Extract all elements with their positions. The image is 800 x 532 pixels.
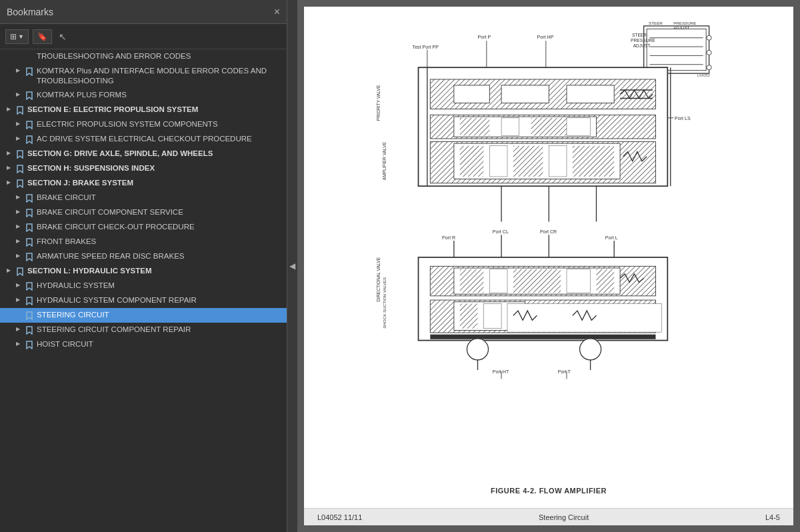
bookmark-icon [24, 251, 35, 261]
svg-point-61 [579, 339, 601, 360]
flow-amplifier-diagram: STEER PRESSURE ADJUST Test Port PP Port … [341, 20, 757, 423]
expand-icon[interactable]: ▶ [12, 193, 24, 201]
footer-right: L4-5 [765, 513, 780, 521]
bookmark-icon [15, 178, 25, 188]
svg-rect-59 [430, 335, 655, 339]
list-item[interactable]: ▶ELECTRIC PROPULSION SYSTEM COMPONENTS [0, 117, 287, 132]
shock-suction-valves-label: SHOCK SUCTION VALVES [381, 277, 386, 329]
test-port-pp-label: Test Port PP [412, 45, 439, 50]
expand-icon[interactable]: ▶ [12, 134, 24, 142]
expand-icon[interactable]: ▶ [3, 105, 15, 113]
steer-pressure-adjust: STEER PRESSURE ADJUST [643, 21, 711, 73]
bookmark-label: FRONT BRAKES [35, 237, 284, 247]
bookmark-tool-button[interactable]: 🔖 [33, 29, 52, 44]
svg-point-11 [707, 65, 711, 70]
list-item[interactable]: ▶ARMATURE SPEED REAR DISC BRAKES [0, 249, 287, 264]
bookmark-icon [24, 339, 35, 349]
expand-all-button[interactable]: ⊞ ▼ [5, 29, 29, 44]
collapse-panel-handle[interactable]: ◀ [287, 0, 297, 532]
part-number-label: L04052 [697, 73, 709, 77]
priority-valve-label: PRIORITY VALVE [375, 85, 380, 121]
list-item[interactable]: ▶SECTION J: BRAKE SYSTEM [0, 176, 287, 191]
list-item[interactable]: ▶SECTION E: ELECTRIC PROPULSION SYSTEM [0, 103, 287, 117]
bookmark-label: ELECTRIC PROPULSION SYSTEM COMPONENTS [35, 119, 284, 129]
svg-rect-0 [643, 26, 709, 73]
bookmarks-toolbar: ⊞ ▼ 🔖 ↖ [0, 24, 287, 49]
list-item[interactable]: ▶STEERING CIRCUIT COMPONENT REPAIR [0, 323, 287, 337]
expand-icon[interactable]: ▶ [12, 90, 24, 98]
list-item[interactable]: ▶SECTION L: HYDRAULIC SYSTEM [0, 264, 287, 279]
list-item[interactable]: ▶BRAKE CIRCUIT COMPONENT SERVICE [0, 205, 287, 220]
bookmark-label: TROUBLESHOOTING AND ERROR CODES [35, 51, 284, 61]
footer-center: Steering Circuit [539, 513, 589, 521]
port-ls-label: Port LS [675, 116, 691, 121]
port-cl-label: Port CL [492, 229, 508, 235]
expand-icon: ⊞ [10, 32, 17, 41]
list-item[interactable]: ▶HYDRAULIC SYSTEM [0, 279, 287, 293]
expand-icon[interactable]: ▶ [12, 66, 24, 74]
document-viewer: STEER PRESSURE ADJUST Test Port PP Port … [297, 0, 800, 532]
svg-rect-22 [501, 85, 549, 103]
bookmark-icon [24, 207, 35, 217]
svg-rect-36 [513, 146, 543, 177]
svg-rect-37 [549, 146, 567, 177]
port-r-label: Port R [442, 235, 455, 241]
close-button[interactable]: × [274, 7, 280, 17]
expand-icon[interactable]: ▶ [3, 178, 15, 186]
list-item[interactable]: ▶HOIST CIRCUIT [0, 337, 287, 352]
expand-icon[interactable]: ▶ [12, 295, 24, 303]
expand-icon[interactable]: ▶ [12, 251, 24, 259]
list-item[interactable]: ▶KOMTRAX Plus AND INTERFACE MODULE ERROR… [0, 64, 287, 88]
expand-icon[interactable]: ▶ [12, 222, 24, 230]
list-item[interactable]: ▶HYDRAULIC SYSTEM COMPONENT REPAIR [0, 293, 287, 308]
bookmark-icon [24, 325, 35, 335]
svg-rect-58 [507, 303, 661, 332]
list-item[interactable]: STEERING CIRCUIT [0, 308, 287, 323]
expand-icon [12, 51, 24, 53]
diagram-container: STEER PRESSURE ADJUST Test Port PP Port … [317, 20, 780, 495]
bookmark-icon [24, 66, 35, 76]
bookmark-label: KOMTRAX Plus AND INTERFACE MODULE ERROR … [35, 66, 284, 86]
svg-rect-28 [460, 118, 489, 136]
bookmark-icon [24, 281, 35, 291]
bookmark-icon [24, 90, 35, 100]
expand-icon[interactable]: ▶ [12, 119, 24, 127]
bookmark-label: SECTION J: BRAKE SYSTEM [25, 178, 284, 188]
expand-icon[interactable]: ▶ [12, 325, 24, 333]
list-item[interactable]: ▶SECTION G: DRIVE AXLE, SPINDLE, AND WHE… [0, 147, 287, 161]
svg-rect-31 [567, 118, 591, 136]
port-cr-label: Port CR [540, 229, 557, 235]
bookmark-tool-icon: 🔖 [37, 32, 47, 41]
bookmark-icon [15, 266, 25, 276]
expand-icon[interactable]: ▶ [3, 149, 15, 157]
bookmark-label: HOIST CIRCUIT [35, 339, 284, 349]
list-item[interactable]: ▶AC DRIVE SYSTEM ELECTRICAL CHECKOUT PRO… [0, 132, 287, 147]
list-item[interactable]: ▶FRONT BRAKES [0, 235, 287, 249]
list-item[interactable]: ▶KOMTRAX PLUS FORMS [0, 88, 287, 103]
bookmarks-list[interactable]: TROUBLESHOOTING AND ERROR CODES▶KOMTRAX … [0, 49, 287, 532]
bookmark-icon [24, 295, 35, 305]
list-item[interactable]: ▶BRAKE CIRCUIT [0, 191, 287, 205]
collapse-chevron-icon: ◀ [289, 261, 295, 271]
list-item[interactable]: TROUBLESHOOTING AND ERROR CODES [0, 49, 287, 64]
svg-point-10 [707, 50, 711, 55]
document-page: STEER PRESSURE ADJUST Test Port PP Port … [304, 7, 793, 525]
bookmark-icon [24, 134, 35, 144]
svg-rect-35 [489, 146, 507, 177]
list-item[interactable]: ▶SECTION H: SUSPENSIONS INDEX [0, 161, 287, 176]
bookmark-label: HYDRAULIC SYSTEM [35, 281, 284, 291]
expand-icon[interactable]: ▶ [3, 266, 15, 274]
steer-adjust-label: STEER [632, 33, 647, 37]
svg-rect-21 [454, 85, 489, 103]
expand-icon[interactable]: ▶ [12, 339, 24, 347]
expand-icon[interactable]: ▶ [12, 207, 24, 215]
svg-text:PRESSURE: PRESSURE [673, 21, 696, 25]
expand-icon[interactable]: ▶ [12, 237, 24, 245]
svg-rect-49 [460, 269, 484, 293]
expand-icon[interactable]: ▶ [12, 281, 24, 289]
expand-icon[interactable]: ▶ [3, 163, 15, 171]
svg-rect-52 [567, 269, 591, 293]
port-p-label: Port P [477, 35, 491, 40]
list-item[interactable]: ▶BRAKE CIRCUIT CHECK-OUT PROCEDURE [0, 220, 287, 235]
bookmark-label: KOMTRAX PLUS FORMS [35, 90, 284, 100]
